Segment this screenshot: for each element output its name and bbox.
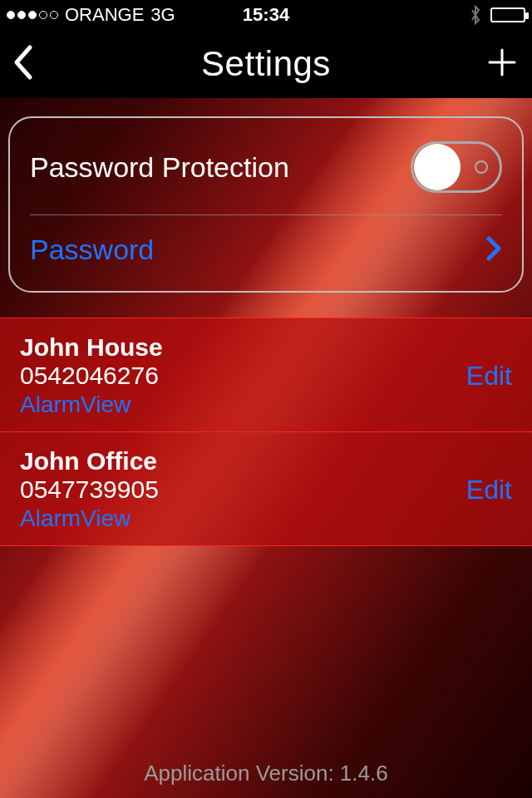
toggle-off-indicator-icon xyxy=(475,160,488,174)
password-link-label: Password xyxy=(30,234,154,266)
network-type-label: 3G xyxy=(150,4,175,26)
list-item[interactable]: John House 0542046276 AlarmView Edit xyxy=(0,318,532,432)
panels-list: John House 0542046276 AlarmView Edit Joh… xyxy=(0,318,532,546)
edit-button[interactable]: Edit xyxy=(466,475,512,505)
edit-button[interactable]: Edit xyxy=(466,361,512,392)
panel-type: AlarmView xyxy=(20,392,163,418)
panel-name: John House xyxy=(20,333,163,362)
panel-type: AlarmView xyxy=(20,505,159,532)
app-version-label: Application Version: 1.4.6 xyxy=(0,761,532,786)
chevron-right-icon xyxy=(485,236,502,264)
signal-strength-icon xyxy=(7,11,58,19)
status-bar: ORANGE 3G 15:34 xyxy=(0,0,532,30)
password-row[interactable]: Password xyxy=(30,234,502,266)
panel-number: 0547739905 xyxy=(20,475,159,504)
panel-name: John Office xyxy=(20,447,159,475)
divider xyxy=(30,214,502,215)
bluetooth-icon xyxy=(469,5,482,25)
panel-number: 0542046276 xyxy=(20,362,163,390)
page-title: Settings xyxy=(201,44,331,84)
password-protection-label: Password Protection xyxy=(30,151,289,184)
list-item[interactable]: John Office 0547739905 AlarmView Edit xyxy=(0,431,532,546)
status-time: 15:34 xyxy=(243,4,289,26)
battery-icon xyxy=(490,7,525,22)
password-protection-toggle[interactable] xyxy=(411,141,502,193)
password-card: Password Protection Password xyxy=(8,116,524,293)
add-button[interactable] xyxy=(487,47,517,81)
nav-bar: Settings xyxy=(0,30,532,98)
toggle-knob xyxy=(414,144,461,190)
back-button[interactable] xyxy=(12,44,37,84)
carrier-label: ORANGE xyxy=(65,4,144,26)
